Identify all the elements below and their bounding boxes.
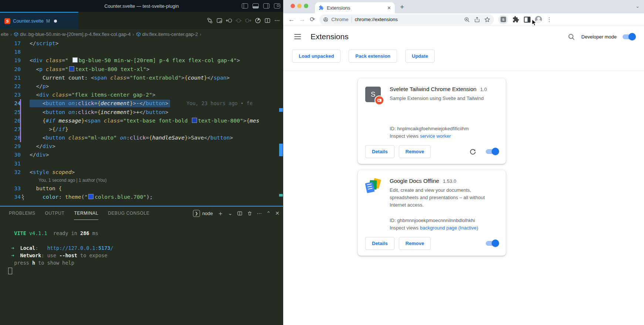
- menu-hamburger-icon[interactable]: [294, 34, 301, 39]
- code-line-32[interactable]: 32<style scoped>: [0, 168, 283, 177]
- navigate-back-icon[interactable]: [226, 17, 232, 24]
- developer-mode-toggle[interactable]: [623, 34, 635, 39]
- reload-extension-icon[interactable]: [470, 148, 476, 155]
- line-number[interactable]: 24: [0, 99, 21, 108]
- details-button[interactable]: Details: [365, 237, 394, 250]
- code-line-25[interactable]: 25 <button on:click={increment}>+</butto…: [0, 108, 283, 117]
- line-number[interactable]: 21: [0, 74, 21, 82]
- toggle-sidebar-icon[interactable]: [242, 3, 248, 9]
- bookmark-star-icon[interactable]: [484, 17, 490, 23]
- tab-debug-console[interactable]: DEBUG CONSOLE: [108, 207, 150, 220]
- line-number[interactable]: 18: [0, 48, 21, 56]
- close-panel-icon[interactable]: ✕: [275, 211, 279, 216]
- code-line-24[interactable]: 24 <button on:click={decrement}>-</butto…: [0, 99, 283, 108]
- url-text[interactable]: chrome://extensions: [355, 17, 461, 22]
- line-number[interactable]: 34: [0, 193, 21, 201]
- tab-counter-svelte[interactable]: S Counter.svelte M: [0, 12, 78, 29]
- chrome-menu-icon[interactable]: ⋮: [546, 16, 552, 23]
- tab-problems[interactable]: PROBLEMS: [9, 207, 35, 220]
- new-tab-button[interactable]: +: [400, 3, 404, 11]
- line-number[interactable]: 20: [0, 65, 21, 74]
- code-line-17[interactable]: 17</script>: [0, 39, 283, 48]
- tab-terminal[interactable]: TERMINAL: [74, 207, 98, 220]
- new-terminal-icon[interactable]: ＋: [217, 210, 224, 217]
- extension-enabled-toggle[interactable]: [486, 149, 498, 154]
- kill-terminal-icon[interactable]: [247, 211, 252, 216]
- code-line-27[interactable]: 27 >{/if}: [0, 125, 283, 134]
- tab-output[interactable]: OUTPUT: [45, 207, 65, 220]
- line-number[interactable]: 31: [0, 160, 21, 168]
- back-button[interactable]: ←: [288, 16, 295, 23]
- code-line-33[interactable]: 33 button {: [0, 184, 283, 193]
- extension-enabled-toggle[interactable]: [486, 241, 498, 246]
- share-icon[interactable]: [474, 17, 480, 23]
- tab-search-chevron-icon[interactable]: ⌄: [635, 3, 640, 9]
- tab-dirty-dot[interactable]: [54, 20, 57, 23]
- line-number[interactable]: 29: [0, 142, 21, 151]
- tab-close-icon[interactable]: ✕: [387, 5, 391, 11]
- minimize-window-button[interactable]: [297, 4, 302, 8]
- toggle-secondary-sidebar-icon[interactable]: [263, 3, 270, 9]
- extensions-puzzle-icon[interactable]: [512, 16, 519, 23]
- split-terminal-icon[interactable]: [237, 211, 243, 216]
- address-bar[interactable]: Chrome chrome://extensions: [319, 14, 494, 25]
- remove-button[interactable]: Remove: [399, 145, 431, 158]
- breadcrumb-div-outer[interactable]: div..bg-blue-50.min-w-[20rem].p-4.flex.f…: [14, 31, 131, 37]
- terminal-line-3[interactable]: ➜ Network: use --host to expose: [8, 252, 283, 259]
- code-line-20[interactable]: 20 <p class="text-blue-800 text-xl">: [0, 65, 283, 74]
- pinned-extension-s-button[interactable]: S: [498, 15, 508, 24]
- line-number[interactable]: 28: [0, 134, 21, 142]
- background-page-link[interactable]: background page (Inactive): [420, 225, 478, 231]
- line-number[interactable]: 33: [0, 184, 21, 193]
- line-number[interactable]: 26: [0, 117, 21, 125]
- line-number[interactable]: 17: [0, 39, 21, 48]
- side-panel-icon[interactable]: [524, 17, 531, 23]
- open-preview-icon[interactable]: [216, 17, 223, 24]
- zoom-icon[interactable]: [464, 17, 470, 23]
- update-button[interactable]: Update: [405, 50, 435, 63]
- load-unpacked-button[interactable]: Load unpacked: [292, 50, 340, 63]
- terminal-dropdown-icon[interactable]: ⌄: [228, 211, 233, 216]
- line-number[interactable]: 22: [0, 82, 21, 91]
- split-editor-icon[interactable]: [264, 17, 271, 24]
- panel-more-icon[interactable]: ⋯: [257, 211, 262, 216]
- terminal-line-1[interactable]: [8, 237, 283, 244]
- run-preview-icon[interactable]: [255, 17, 261, 24]
- more-actions-icon[interactable]: [274, 17, 280, 24]
- code-line-21[interactable]: 21 Current count: <span class="font-extr…: [0, 74, 283, 82]
- code-line-30[interactable]: 30</div>: [0, 151, 283, 159]
- code-line-18[interactable]: 18: [0, 48, 283, 56]
- line-number[interactable]: 30: [0, 151, 21, 159]
- code-line-34[interactable]: 34 color: theme("colors.blue.700");: [0, 193, 283, 201]
- customize-layout-icon[interactable]: [274, 3, 280, 9]
- code-line-22[interactable]: 22 </p>: [0, 82, 283, 91]
- site-settings-icon[interactable]: [323, 17, 328, 22]
- service-worker-link[interactable]: service worker: [420, 133, 451, 139]
- pack-extension-button[interactable]: Pack extension: [349, 50, 397, 63]
- code-line-26[interactable]: 26 {#if message}<span class="text-base f…: [0, 117, 283, 125]
- remove-button[interactable]: Remove: [399, 237, 431, 250]
- line-number[interactable]: 27: [0, 125, 21, 134]
- breadcrumb-file[interactable]: elte: [1, 31, 9, 37]
- line-number[interactable]: 25: [0, 108, 21, 117]
- code-line-19[interactable]: 19<div class=" bg-blue-50 min-w-[20rem] …: [0, 56, 283, 65]
- line-number[interactable]: 23: [0, 91, 21, 99]
- reload-button[interactable]: ⟳: [310, 16, 315, 23]
- close-window-button[interactable]: [291, 4, 295, 8]
- line-number[interactable]: 32: [0, 168, 21, 177]
- terminal-line-2[interactable]: ➜ Local: http://127.0.0.1:5173/: [8, 244, 283, 252]
- browser-tab-extensions[interactable]: Extensions ✕: [315, 2, 395, 13]
- code-line-28[interactable]: 28 <button class="ml-auto" on:click={han…: [0, 134, 283, 142]
- terminal-output[interactable]: VITE v4.1.1 ready in 286 ms ➜ Local: htt…: [0, 220, 283, 274]
- details-button[interactable]: Details: [365, 145, 394, 158]
- line-number[interactable]: 19: [0, 56, 21, 65]
- shell-name[interactable]: node: [202, 211, 213, 216]
- terminal-line-0[interactable]: VITE v4.1.1 ready in 286 ms: [8, 229, 283, 237]
- search-icon[interactable]: [568, 33, 575, 40]
- breadcrumb-div-inner[interactable]: div.flex.items-center.gap-2: [136, 31, 198, 37]
- code-line-29[interactable]: 29 </div>: [0, 142, 283, 151]
- code-editor[interactable]: 17</script>1819<div class=" bg-blue-50 m…: [0, 39, 283, 207]
- code-line-31[interactable]: 31: [0, 160, 283, 168]
- terminal-line-4[interactable]: press h to show help: [8, 259, 283, 267]
- code-line-23[interactable]: 23 <div class="flex items-center gap-2">: [0, 91, 283, 99]
